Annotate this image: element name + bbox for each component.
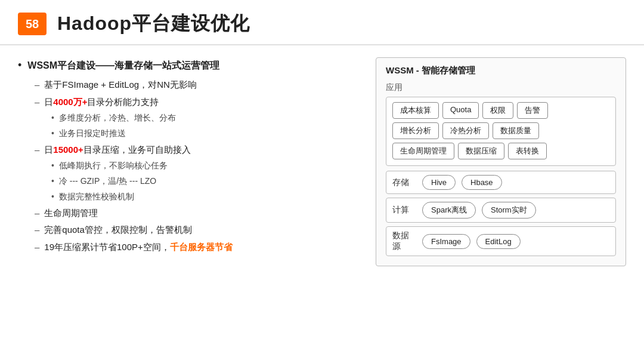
bullet-text: 低峰期执行，不影响核心任务 [59,159,168,173]
bullet-text: 多维度分析，冷热、增长、分布 [59,111,176,125]
bullet-dot: • [18,57,21,73]
left-column: • WSSM平台建设——海量存储一站式运营管理 – 基于FSImage + Ed… [18,57,358,355]
tag-cost: 成本核算 [392,102,439,119]
list-item: • 多维度分析，冷热、增长、分布 [51,111,358,125]
list-item: – 日4000万+目录分析能力支持 [35,94,358,110]
highlight: 4000万+ [53,97,87,107]
main-content: • WSSM平台建设——海量存储一站式运营管理 – 基于FSImage + Ed… [0,45,644,361]
storage-tags: Hive Hbase [422,175,502,190]
tag-growth: 增长分析 [392,122,439,139]
tag-lifecycle: 生命周期管理 [392,143,454,159]
tag-compress: 数据压缩 [458,143,504,159]
tag-alert: 告警 [517,102,548,119]
dash: – [35,239,39,255]
tag-tableconv: 表转换 [508,143,547,159]
bullet-text: 生命周期管理 [44,205,98,221]
app-row-2: 增长分析 冷热分析 数据质量 [392,122,609,139]
list-item: – 基于FSImage + EditLog，对NN无影响 [35,77,358,93]
bullet-text: 19年压缩累计节省100P+空间，千台服务器节省 [44,239,232,255]
list-item: – 日15000+目录压缩，业务可自助接入 [35,142,358,158]
datasource-tags: FsImage EditLog [422,234,521,249]
tag-fsimage: FsImage [422,234,470,249]
bullet-dot: • [51,127,54,141]
bullet-dot: • [51,190,54,204]
wssm-card: WSSM - 智能存储管理 应用 成本核算 Quota 权限 告警 增长分析 冷… [376,57,626,266]
dash: – [35,94,39,110]
dash: – [35,205,39,221]
dash: – [35,142,39,158]
tag-spark: Spark离线 [422,202,476,219]
bullet-dot: • [51,111,54,125]
compute-row: 计算 Spark离线 Storm实时 [386,198,616,223]
list-item: – 生命周期管理 [35,205,358,221]
dash: – [35,222,39,238]
wssm-title: WSSM - 智能存储管理 [386,65,616,76]
app-row-1: 成本核算 Quota 权限 告警 [392,102,609,119]
list-item: • 冷 --- GZIP，温/热 --- LZO [51,174,358,189]
bullet-text: WSSM平台建设——海量存储一站式运营管理 [27,57,219,73]
app-label: 应用 [386,82,616,93]
logo-58: 58 [18,13,47,35]
bullet-text: 数据完整性校验机制 [59,190,134,204]
tag-permission: 权限 [482,102,513,119]
bullet-dot: • [51,159,54,173]
tag-hive: Hive [422,175,456,190]
storage-label: 存储 [392,177,414,188]
tag-editlog: EditLog [476,234,521,249]
list-item: • 数据完整性校验机制 [51,190,358,204]
dash: – [35,77,39,93]
bullet-text: 日4000万+目录分析能力支持 [44,94,159,110]
tag-quota: Quota [442,102,479,119]
app-grid: 成本核算 Quota 权限 告警 增长分析 冷热分析 数据质量 生命周期管理 数… [386,97,616,166]
app-row-3: 生命周期管理 数据压缩 表转换 [392,143,609,159]
bullet-text: 冷 --- GZIP，温/热 --- LZO [59,174,156,189]
page-title: Hadoop平台建设优化 [57,11,250,37]
datasource-row: 数据源 FsImage EditLog [386,226,616,256]
bullet-text: 业务日报定时推送 [59,127,126,141]
datasource-label: 数据源 [392,230,414,252]
list-item: • 低峰期执行，不影响核心任务 [51,159,358,173]
compute-tags: Spark离线 Storm实时 [422,202,536,219]
bullet-dot: • [51,174,54,189]
storage-row: 存储 Hive Hbase [386,171,616,194]
list-item: • WSSM平台建设——海量存储一站式运营管理 [18,57,358,73]
list-item: – 19年压缩累计节省100P+空间，千台服务器节省 [35,239,358,255]
bullet-text: 日15000+目录压缩，业务可自助接入 [44,142,190,158]
compute-label: 计算 [392,205,414,216]
tag-dataquality: 数据质量 [493,122,539,139]
page-header: 58 Hadoop平台建设优化 [0,0,644,45]
highlight: 千台服务器节省 [170,242,233,252]
bullet-text: 基于FSImage + EditLog，对NN无影响 [44,77,197,93]
highlight: 15000+ [53,144,83,155]
list-item: • 业务日报定时推送 [51,127,358,141]
list-item: – 完善quota管控，权限控制，告警机制 [35,222,358,238]
bullet-text: 完善quota管控，权限控制，告警机制 [44,222,192,238]
tag-storm: Storm实时 [482,202,536,219]
tag-hbase: Hbase [462,175,502,190]
tag-coolhot: 冷热分析 [442,122,489,139]
